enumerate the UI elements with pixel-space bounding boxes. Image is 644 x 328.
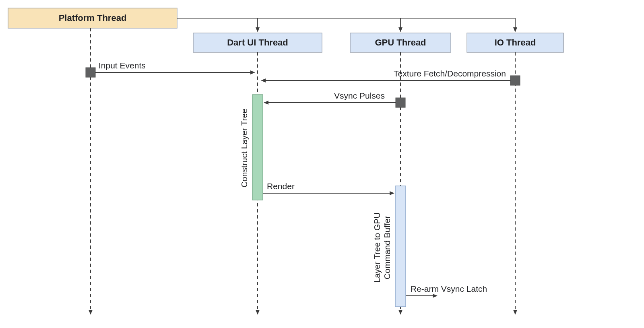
label-texture-fetch: Texture Fetch/Decompression — [394, 69, 506, 78]
label-input-events: Input Events — [99, 61, 146, 70]
label-construct-layer-tree: Construct Layer Tree — [239, 109, 249, 188]
label-layer-tree-gpu-1: Layer Tree to GPU — [372, 212, 382, 283]
label-vsync-pulses: Vsync Pulses — [334, 91, 385, 100]
thread-label-platform: Platform Thread — [59, 13, 127, 23]
event-node-vsync — [396, 98, 405, 107]
thread-label-gpu: GPU Thread — [375, 37, 426, 47]
label-rearm-vsync: Re-arm Vsync Latch — [411, 284, 487, 293]
thread-label-io: IO Thread — [495, 37, 536, 47]
activation-construct-layer-tree — [252, 95, 263, 200]
event-node-texture — [510, 76, 520, 85]
label-render: Render — [267, 182, 295, 191]
event-node-input — [86, 68, 95, 77]
label-layer-tree-gpu-2: Command Buffer — [382, 216, 392, 279]
sequence-diagram: Platform Thread Dart UI Thread GPU Threa… — [0, 0, 644, 328]
activation-layer-tree-gpu — [395, 186, 406, 307]
thread-label-dart: Dart UI Thread — [227, 37, 288, 47]
